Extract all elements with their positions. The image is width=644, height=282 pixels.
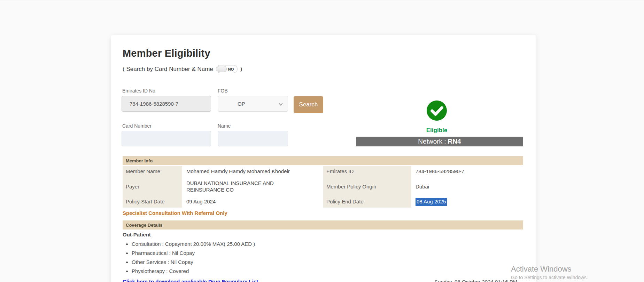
card-number-label: Card Number bbox=[122, 123, 152, 129]
payer-value: DUBAI NATIONAL INSURANCE AND REINSURANCE… bbox=[182, 177, 323, 196]
emirates-id-label: Emirates ID No bbox=[122, 88, 155, 94]
name-label: Name bbox=[218, 123, 231, 129]
coverage-list: Consultation : Copayment 20.00% MAX( 25.… bbox=[132, 241, 255, 277]
toggle-knob[interactable] bbox=[217, 66, 227, 72]
coverage-item-physiotherapy: Physiotherapy : Covered bbox=[132, 268, 255, 274]
result-timestamp: Sunday, 06 October 2024 01:16 PM bbox=[434, 279, 517, 282]
emirates-id-input[interactable] bbox=[122, 96, 211, 112]
policy-origin-label: Member Policy Origin bbox=[323, 177, 411, 196]
activate-windows-watermark: Activate Windows Go to Settings to activ… bbox=[511, 265, 588, 280]
subtitle-close-paren: ) bbox=[240, 66, 242, 73]
policy-start-label: Policy Start Date bbox=[123, 196, 182, 208]
activate-windows-line1: Activate Windows bbox=[511, 265, 588, 274]
eligible-status-text: Eligible bbox=[402, 127, 472, 134]
search-mode-row: ( Search by Card Number & Name NO ) bbox=[123, 65, 242, 73]
coverage-details-header: Coverage Details bbox=[123, 220, 523, 229]
subtitle-text: ( Search by Card Number & Name bbox=[123, 66, 213, 73]
emirates-id-row-label: Emirates ID bbox=[323, 166, 411, 177]
search-button[interactable]: Search bbox=[294, 96, 323, 113]
coverage-item-consultation: Consultation : Copayment 20.00% MAX( 25.… bbox=[132, 241, 255, 247]
fob-label: FOB bbox=[218, 88, 228, 94]
page-title: Member Eligibility bbox=[123, 48, 210, 59]
search-by-card-toggle[interactable]: NO bbox=[216, 65, 238, 73]
policy-origin-value: Dubai bbox=[411, 177, 523, 196]
member-name-label: Member Name bbox=[123, 166, 182, 177]
network-bar: Network : RN4 bbox=[356, 137, 523, 146]
member-name-value: Mohamed Hamdy Hamdy Mohamed Khodeir bbox=[182, 166, 323, 177]
fob-selected-value: OP bbox=[238, 101, 245, 107]
coverage-item-other-services: Other Services : Nil Copay bbox=[132, 259, 255, 265]
activate-windows-line2: Go to Settings to activate Windows. bbox=[511, 275, 588, 280]
eligible-check-icon bbox=[427, 100, 447, 121]
chevron-down-icon bbox=[279, 102, 282, 105]
fob-select[interactable]: OP bbox=[218, 96, 288, 112]
coverage-item-pharmaceutical: Pharmaceutical : Nil Copay bbox=[132, 250, 255, 256]
name-input[interactable] bbox=[218, 131, 288, 146]
emirates-id-row-value: 784-1986-5828590-7 bbox=[411, 166, 523, 177]
policy-start-value: 09 Aug 2024 bbox=[182, 196, 323, 208]
policy-end-value: 08 Aug 2025 bbox=[411, 196, 523, 208]
policy-end-label: Policy End Date bbox=[323, 196, 411, 208]
network-label: Network : bbox=[418, 138, 446, 145]
member-info-header: Member Info bbox=[123, 156, 523, 165]
referral-notice: Specialist Consultation With Referral On… bbox=[123, 210, 227, 216]
out-patient-heading: Out-Patient bbox=[123, 232, 151, 237]
policy-end-selected-text: 08 Aug 2025 bbox=[416, 198, 447, 206]
card-number-input[interactable] bbox=[122, 131, 211, 146]
member-info-table: Member Name Mohamed Hamdy Hamdy Mohamed … bbox=[123, 166, 523, 208]
payer-label: Payer bbox=[123, 177, 182, 196]
network-value: RN4 bbox=[448, 138, 461, 145]
member-eligibility-card: Member Eligibility ( Search by Card Numb… bbox=[111, 35, 536, 282]
toggle-state-label: NO bbox=[228, 67, 234, 71]
drug-formulary-download-link[interactable]: Click here to download applicable Drug F… bbox=[123, 279, 258, 282]
